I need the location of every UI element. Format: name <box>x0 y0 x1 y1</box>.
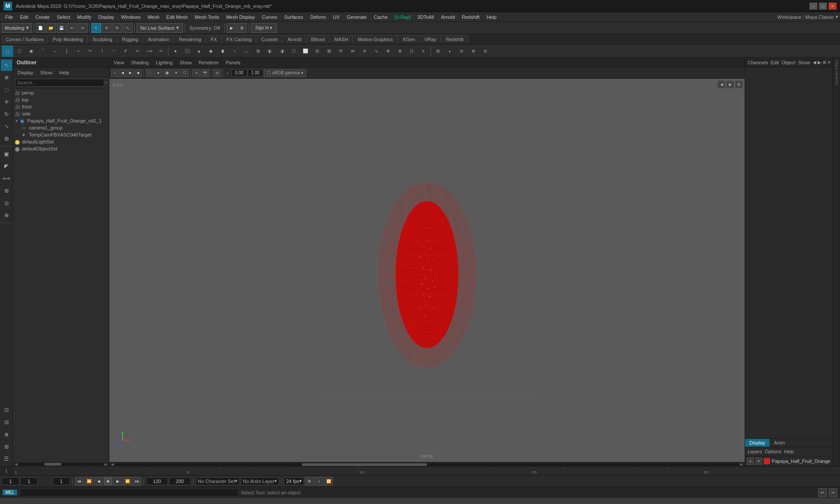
channels-tab[interactable]: Channels <box>748 60 768 65</box>
outliner-tempcam[interactable]: ✦ TempCamFBXASC046Target <box>13 131 109 138</box>
move-tool-left[interactable]: ✛ <box>1 96 12 108</box>
status-redo-btn[interactable]: ↪ <box>829 488 837 497</box>
menu-surfaces[interactable]: Surfaces <box>281 14 307 21</box>
vp-hscroll-left[interactable]: ◀ <box>110 462 115 467</box>
viewport-canvas[interactable]: front <box>109 79 745 462</box>
new-scene-btn[interactable]: 📄 <box>36 23 46 33</box>
display-icons-1[interactable]: ⊡ <box>1 404 12 416</box>
menu-file[interactable]: File <box>2 14 17 21</box>
hscroll-thumb[interactable] <box>44 463 61 466</box>
show-tab[interactable]: Show <box>798 60 810 65</box>
tab-bifrost[interactable]: Bifrost <box>307 35 329 43</box>
max-frame-input[interactable] <box>169 477 191 485</box>
outliner-persp[interactable]: 🎥 persp <box>13 89 109 96</box>
separate-tool[interactable]: ⊘ <box>480 46 491 57</box>
surface-tool-4[interactable]: ⬡ <box>288 46 299 57</box>
tab-xgen[interactable]: XGen <box>398 35 420 43</box>
tab-custom[interactable]: Custom <box>257 35 283 43</box>
menu-select[interactable]: Select <box>53 14 74 21</box>
curves-surfaces-tab[interactable]: Curves / Surfaces <box>2 35 48 43</box>
layer-visible-btn[interactable]: V <box>747 458 754 465</box>
pb-audio-btn[interactable]: ♪ <box>315 477 323 486</box>
curve-tool-3[interactable]: ∫ <box>61 46 72 57</box>
mel-python-toggle[interactable]: MEL <box>3 490 17 495</box>
outliner-search-input[interactable] <box>15 79 104 87</box>
layer-property-btn[interactable]: P <box>756 458 763 465</box>
maximize-btn[interactable]: □ <box>819 3 827 10</box>
outliner-top[interactable]: 🎥 top <box>13 96 109 103</box>
menu-edit-mesh[interactable]: Edit Mesh <box>163 14 191 21</box>
hscroll-track[interactable] <box>18 463 104 466</box>
tab-animation[interactable]: Animation <box>144 35 174 43</box>
display-icons-4[interactable]: ⊞ <box>1 441 12 452</box>
constraint-tool[interactable]: ⊗ <box>394 46 406 57</box>
menu-generate[interactable]: Generate <box>343 14 370 21</box>
search-options-icon[interactable]: ▾ <box>105 80 107 85</box>
mesh-tool-3[interactable]: ⊠ <box>323 46 335 57</box>
deform-tool-2[interactable]: ∿ <box>371 46 382 57</box>
lasso-icon[interactable]: ⬡ <box>14 46 25 57</box>
hscroll-right[interactable]: ▶ <box>104 462 108 466</box>
tab-fx-caching[interactable]: FX Caching <box>222 35 256 43</box>
menu-edit[interactable]: Edit <box>17 14 32 21</box>
outliner-show-menu[interactable]: Show <box>38 69 55 76</box>
curve-tool-6[interactable]: ⌇ <box>96 46 108 57</box>
menu-arnold[interactable]: Arnold <box>438 14 458 21</box>
outliner-default-light-set[interactable]: ⬤ defaultLightSet <box>13 138 109 145</box>
menu-uv[interactable]: UV <box>329 14 343 21</box>
lasso-select-btn[interactable]: ◌ <box>1 84 12 95</box>
vp-tb-fwd[interactable]: ▶ <box>127 69 134 77</box>
arc-tool[interactable]: ⌓ <box>241 46 252 57</box>
menu-redshift[interactable]: Redshift <box>458 14 483 21</box>
vp-menu-renderer[interactable]: Renderer <box>196 59 221 66</box>
outliner-front[interactable]: 🎥 front <box>13 103 109 110</box>
display-icons-3[interactable]: ≣ <box>1 429 12 440</box>
mesh-tool-1[interactable]: ⬜ <box>300 46 311 57</box>
vp-wire-mode[interactable]: ⬚ <box>146 69 154 77</box>
rotate-tool-left[interactable]: ↻ <box>1 108 12 120</box>
mode-dropdown[interactable]: Modeling ▾ <box>2 23 32 33</box>
vp-camera-btn[interactable]: 📷 <box>201 69 209 77</box>
vp-texture-mode[interactable]: ▦ <box>163 69 171 77</box>
menu-curves[interactable]: Curves <box>259 14 281 21</box>
pb-loop-btn[interactable]: 🔁 <box>324 477 333 486</box>
vp-hscroll-right[interactable]: ▶ <box>739 462 744 467</box>
tab-motion-graphics[interactable]: Motion Graphics <box>354 35 398 43</box>
vp-light-mode[interactable]: ☀ <box>172 69 180 77</box>
outliner-default-object-set[interactable]: ⬤ defaultObjectSet <box>13 145 109 152</box>
lattice-tool[interactable]: ⊞ <box>432 46 444 57</box>
menu-modify[interactable]: Modify <box>74 14 94 21</box>
menu-mesh-display[interactable]: Mesh Display <box>223 14 259 21</box>
paint-icon[interactable]: ◉ <box>25 46 37 57</box>
vp-menu-panels[interactable]: Panels <box>223 59 243 66</box>
tab-vray[interactable]: VRay <box>420 35 441 43</box>
display-icons-5[interactable]: ☰ <box>1 453 12 465</box>
crease-tool[interactable]: ≡ <box>418 46 429 57</box>
display-icons-2[interactable]: ⊟ <box>1 416 12 428</box>
menu-3dtoall[interactable]: 3DToAll <box>414 14 438 21</box>
pb-stop[interactable]: ■ <box>104 477 112 486</box>
menu-mesh-tools[interactable]: Mesh Tools <box>191 14 222 21</box>
current-frame-input[interactable] <box>20 477 38 485</box>
channel-expand-icon[interactable]: ⊞ <box>822 60 826 65</box>
pen-tool-1[interactable]: ✐ <box>120 46 131 57</box>
vp-grid-btn[interactable]: # <box>192 69 200 77</box>
circle-tool[interactable]: ○ <box>229 46 240 57</box>
universal-manip[interactable]: ⊞ <box>1 133 12 144</box>
undo-btn[interactable]: ↩ <box>67 23 77 33</box>
select-tool-btn[interactable]: ↖ <box>91 23 101 33</box>
pb-prev-frame[interactable]: ⏪ <box>84 477 93 486</box>
extrude-tool[interactable]: ▣ <box>1 148 12 160</box>
range-end-display[interactable] <box>146 477 168 485</box>
append-tool[interactable]: ⊞ <box>1 185 12 196</box>
options-menu[interactable]: Options <box>765 449 781 454</box>
blend-tool[interactable]: ⬧ <box>444 46 455 57</box>
pen-tool-2[interactable]: ✑ <box>132 46 143 57</box>
curve-tool-2[interactable]: ⌣ <box>49 46 60 57</box>
tab-sculpting[interactable]: Sculpting <box>88 35 117 43</box>
combine-tool[interactable]: ⊕ <box>468 46 479 57</box>
outliner-side[interactable]: 🎥 side <box>13 110 109 117</box>
vp-tb-back[interactable]: ◀ <box>119 69 126 77</box>
gamma-dropdown[interactable]: ☐ sRGB gamma ▾ <box>264 69 306 77</box>
vp-nav-up-btn[interactable]: ⊞ <box>735 80 743 88</box>
